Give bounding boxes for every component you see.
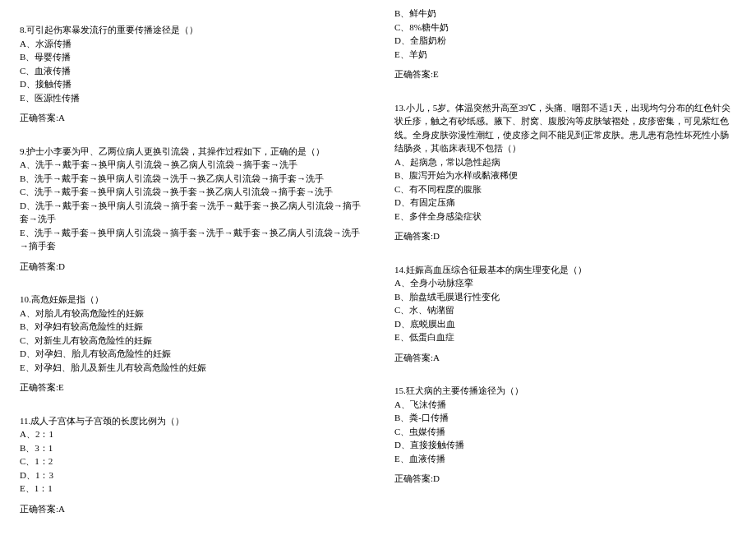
q10-option-a: A、对胎儿有较高危险性的妊娠	[20, 307, 362, 321]
q15-option-e: E、血液传播	[394, 452, 736, 466]
q15-option-b: B、粪-口传播	[394, 411, 736, 425]
q9-option-d: D、洗手→戴手套→换甲病人引流袋→摘手套→洗手→戴手套→换乙病人引流袋→摘手套→…	[20, 199, 362, 226]
q12-option-c: C、8%糖牛奶	[394, 21, 736, 35]
q10-answer: 正确答案:E	[20, 380, 362, 394]
q15-option-d: D、直接接触传播	[394, 438, 736, 452]
question-13: 13.小儿，5岁。体温突然升高至39℃，头痛、咽部不适1天，出现均匀分布的红色针…	[394, 101, 736, 243]
q10-option-d: D、对孕妇、胎儿有较高危险性的妊娠	[20, 347, 362, 361]
q9-option-c: C、洗手→戴手套→换甲病人引流袋→换手套→换乙病人引流袋→摘手套→洗手	[20, 185, 362, 199]
q10-option-b: B、对孕妇有较高危险性的妊娠	[20, 320, 362, 334]
q11-option-d: D、1：3	[20, 468, 362, 482]
q13-answer: 正确答案:D	[394, 229, 736, 243]
q13-option-c: C、有不同程度的腹胀	[394, 182, 736, 196]
q11-stem: 11.成人子宫体与子宫颈的长度比例为（）	[20, 414, 362, 428]
q15-option-a: A、飞沫传播	[394, 398, 736, 412]
q12-option-d: D、全脂奶粉	[394, 34, 736, 48]
q10-option-e: E、对孕妇、胎儿及新生儿有较高危险性的妊娠	[20, 361, 362, 375]
question-15: 15.狂犬病的主要传播途径为（） A、飞沫传播 B、粪-口传播 C、虫媒传播 D…	[394, 384, 736, 486]
question-11: 11.成人子宫体与子宫颈的长度比例为（） A、2：1 B、3：1 C、1：2 D…	[20, 414, 362, 516]
question-10: 10.高危妊娠是指（） A、对胎儿有较高危险性的妊娠 B、对孕妇有较高危险性的妊…	[20, 293, 362, 394]
q10-stem: 10.高危妊娠是指（）	[20, 293, 362, 307]
q15-answer: 正确答案:D	[394, 472, 736, 486]
q8-option-c: C、血液传播	[20, 64, 362, 78]
q13-option-d: D、有固定压痛	[394, 196, 736, 210]
question-12-continued: B、鲜牛奶 C、8%糖牛奶 D、全脂奶粉 E、羊奶 正确答案:E	[394, 7, 736, 81]
q14-stem: 14.妊娠高血压综合征最基本的病生理变化是（）	[394, 263, 736, 277]
q14-answer: 正确答案:A	[394, 351, 736, 365]
q10-option-c: C、对新生儿有较高危险性的妊娠	[20, 334, 362, 348]
q15-stem: 15.狂犬病的主要传播途径为（）	[394, 384, 736, 398]
q13-option-a: A、起病急，常以急性起病	[394, 155, 736, 169]
q9-option-b: B、洗手→戴手套→换甲病人引流袋→洗手→换乙病人引流袋→摘手套→洗手	[20, 172, 362, 186]
q8-option-e: E、医源性传播	[20, 91, 362, 105]
q12-answer: 正确答案:E	[394, 67, 736, 81]
right-column: B、鲜牛奶 C、8%糖牛奶 D、全脂奶粉 E、羊奶 正确答案:E 13.小儿，5…	[378, 0, 756, 535]
q14-option-b: B、胎盘绒毛膜退行性变化	[394, 290, 736, 304]
q9-stem: 9.护士小李要为甲、乙两位病人更换引流袋，其操作过程如下，正确的是（）	[20, 145, 362, 159]
question-8: 8.可引起伤寒暴发流行的重要传播途径是（） A、水源传播 B、母婴传播 C、血液…	[20, 23, 362, 125]
q8-option-d: D、接触传播	[20, 77, 362, 91]
q8-option-a: A、水源传播	[20, 37, 362, 51]
q13-stem: 13.小儿，5岁。体温突然升高至39℃，头痛、咽部不适1天，出现均匀分布的红色针…	[394, 101, 736, 155]
q11-option-c: C、1：2	[20, 454, 362, 468]
q9-option-e: E、洗手→戴手套→换甲病人引流袋→摘手套→洗手→戴手套→换乙病人引流袋→洗手→摘…	[20, 226, 362, 253]
q14-option-e: E、低蛋白血症	[394, 330, 736, 344]
question-9: 9.护士小李要为甲、乙两位病人更换引流袋，其操作过程如下，正确的是（） A、洗手…	[20, 145, 362, 274]
q14-option-a: A、全身小动脉痉挛	[394, 276, 736, 290]
question-14: 14.妊娠高血压综合征最基本的病生理变化是（） A、全身小动脉痉挛 B、胎盘绒毛…	[394, 263, 736, 365]
q15-option-c: C、虫媒传播	[394, 425, 736, 439]
q14-option-c: C、水、钠潴留	[394, 303, 736, 317]
q11-answer: 正确答案:A	[20, 502, 362, 516]
q12-option-e: E、羊奶	[394, 48, 736, 62]
q11-option-e: E、1：1	[20, 482, 362, 496]
q9-answer: 正确答案:D	[20, 260, 362, 274]
q14-option-d: D、底蜕膜出血	[394, 317, 736, 331]
q8-answer: 正确答案:A	[20, 111, 362, 125]
q8-option-b: B、母婴传播	[20, 50, 362, 64]
q12-option-b: B、鲜牛奶	[394, 7, 736, 21]
q8-stem: 8.可引起伤寒暴发流行的重要传播途径是（）	[20, 23, 362, 37]
left-column: 8.可引起伤寒暴发流行的重要传播途径是（） A、水源传播 B、母婴传播 C、血液…	[0, 0, 378, 535]
q11-option-b: B、3：1	[20, 441, 362, 455]
q13-option-e: E、多伴全身感染症状	[394, 210, 736, 224]
q13-option-b: B、腹泻开始为水样或黏液稀便	[394, 168, 736, 182]
q9-option-a: A、洗手→戴手套→换甲病人引流袋→换乙病人引流袋→摘手套→洗手	[20, 158, 362, 172]
q11-option-a: A、2：1	[20, 427, 362, 441]
